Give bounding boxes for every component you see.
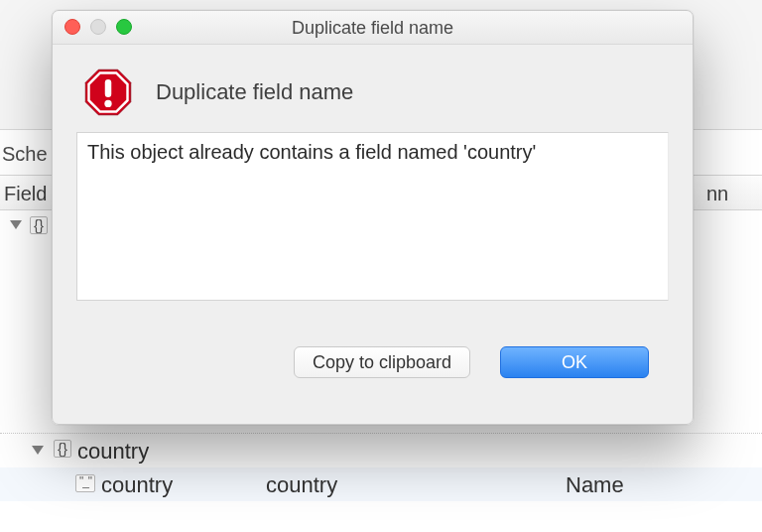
col-field: Field	[4, 183, 47, 205]
duplicate-field-dialog: Duplicate field name Duplicate field nam…	[52, 10, 694, 425]
string-field-icon: "_"	[75, 474, 95, 492]
table-row[interactable]: "_" country country Name	[0, 467, 762, 501]
object-icon: {}	[30, 216, 48, 234]
copy-button-label: Copy to clipboard	[313, 352, 451, 373]
svg-rect-2	[105, 79, 112, 97]
ok-button[interactable]: OK	[500, 346, 649, 378]
copy-to-clipboard-button[interactable]: Copy to clipboard	[294, 346, 470, 378]
cell-field: country	[77, 439, 149, 465]
alert-stop-icon	[82, 66, 134, 118]
cell-field: country	[266, 472, 337, 498]
table-row[interactable]: {} country	[0, 434, 762, 467]
dialog-heading: Duplicate field name	[156, 79, 353, 105]
titlebar[interactable]: Duplicate field name	[53, 11, 693, 45]
col-nn: nn	[706, 183, 728, 205]
window-title: Duplicate field name	[53, 18, 693, 39]
error-message-box[interactable]: This object already contains a field nam…	[76, 132, 669, 301]
button-row: Copy to clipboard OK	[76, 346, 669, 378]
chevron-down-icon[interactable]	[10, 220, 22, 229]
schema-label: Sche	[0, 137, 55, 169]
object-icon: {}	[54, 440, 71, 458]
error-message-text: This object already contains a field nam…	[87, 141, 536, 163]
svg-point-3	[104, 100, 111, 107]
cell-field: country	[101, 472, 173, 498]
cell-field: Name	[566, 472, 624, 498]
bottom-table: {} country "_" country country Name	[0, 433, 762, 532]
ok-button-label: OK	[562, 352, 587, 373]
chevron-down-icon[interactable]	[32, 446, 44, 455]
